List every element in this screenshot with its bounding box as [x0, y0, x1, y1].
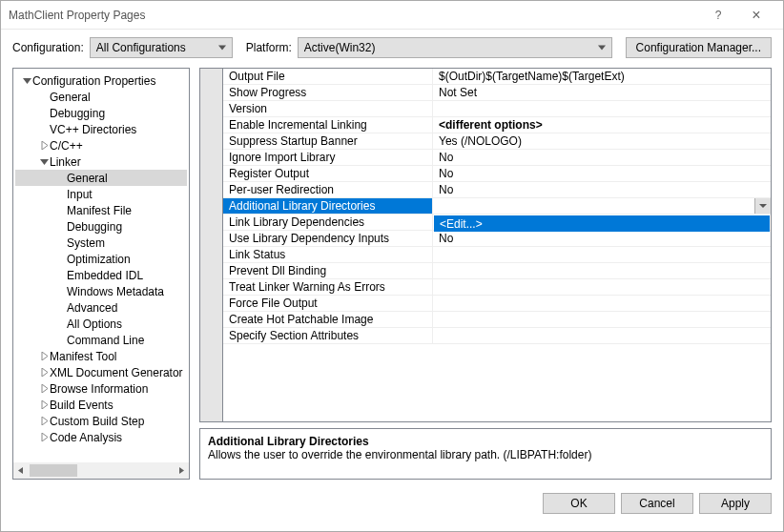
configuration-value: All Configurations	[96, 41, 186, 54]
dropdown-button[interactable]	[754, 198, 771, 214]
expander-closed-icon[interactable]	[38, 417, 50, 425]
property-row[interactable]: Suppress Startup BannerYes (/NOLOGO)	[223, 133, 771, 150]
expander-closed-icon[interactable]	[38, 433, 50, 441]
close-button[interactable]: ×	[737, 2, 775, 29]
chevron-down-icon	[759, 204, 767, 208]
dialog-footer: OK Cancel Apply	[1, 487, 783, 523]
property-value[interactable]: <different options>	[433, 117, 771, 133]
tree-item[interactable]: General	[15, 170, 187, 186]
scroll-track[interactable]	[30, 462, 173, 479]
configuration-tree[interactable]: Configuration PropertiesGeneralDebugging…	[13, 69, 189, 461]
property-row[interactable]: Create Hot Patchable Image	[223, 312, 771, 328]
tree-panel: Configuration PropertiesGeneralDebugging…	[12, 68, 190, 480]
platform-combo[interactable]: Active(Win32)	[298, 37, 612, 58]
tree-horizontal-scrollbar[interactable]	[13, 462, 189, 479]
property-value[interactable]: Not Set	[433, 85, 771, 100]
ok-button[interactable]: OK	[543, 493, 615, 514]
property-row[interactable]: Per-user RedirectionNo	[223, 182, 771, 198]
property-value[interactable]	[433, 263, 771, 278]
property-value[interactable]	[433, 198, 771, 214]
cancel-button[interactable]: Cancel	[621, 493, 693, 514]
tree-item[interactable]: Configuration Properties	[15, 72, 187, 89]
property-value[interactable]: No	[433, 182, 771, 197]
help-button[interactable]: ?	[699, 2, 737, 29]
property-row[interactable]: Use Library Dependency InputsNo	[223, 231, 771, 247]
tree-item-label: Configuration Properties	[32, 74, 155, 88]
property-row[interactable]: Additional Library Directories	[223, 198, 771, 215]
property-value[interactable]: No	[433, 150, 771, 165]
tree-item-label: Embedded IDL	[67, 269, 143, 282]
configuration-combo[interactable]: All Configurations	[90, 37, 233, 58]
tree-item[interactable]: Manifest Tool	[15, 348, 187, 364]
tree-item[interactable]: Code Analysis	[15, 429, 187, 445]
tree-item[interactable]: General	[15, 89, 187, 105]
property-row[interactable]: Version	[223, 101, 771, 117]
property-name: Create Hot Patchable Image	[223, 312, 433, 327]
apply-button[interactable]: Apply	[699, 493, 772, 514]
tree-item[interactable]: Optimization	[15, 251, 187, 267]
property-value[interactable]: Yes (/NOLOGO)	[433, 133, 771, 149]
tree-item[interactable]: Manifest File	[15, 202, 187, 218]
tree-item[interactable]: Build Events	[15, 397, 187, 413]
property-value[interactable]: $(OutDir)$(TargetName)$(TargetExt)	[433, 69, 771, 84]
property-name: Enable Incremental Linking	[223, 117, 433, 133]
tree-item[interactable]: System	[15, 235, 187, 251]
description-body: Allows the user to override the environm…	[208, 448, 763, 461]
property-value[interactable]: No	[433, 231, 771, 246]
scroll-left-arrow-icon[interactable]	[13, 462, 30, 479]
scroll-thumb[interactable]	[30, 464, 77, 477]
chevron-down-icon	[598, 46, 606, 51]
tree-item[interactable]: Advanced	[15, 299, 187, 316]
property-row[interactable]: Show ProgressNot Set	[223, 85, 771, 101]
property-value[interactable]: No	[433, 166, 771, 181]
property-row[interactable]: Treat Linker Warning As Errors	[223, 279, 771, 296]
tree-item[interactable]: Command Line	[15, 332, 187, 348]
tree-item-label: General	[67, 172, 108, 185]
expander-closed-icon[interactable]	[38, 368, 50, 377]
tree-item[interactable]: Input	[15, 186, 187, 202]
property-value[interactable]	[433, 279, 771, 295]
property-name: Force File Output	[223, 296, 433, 311]
property-row[interactable]: Prevent Dll Binding	[223, 263, 771, 279]
tree-item[interactable]: Embedded IDL	[15, 267, 187, 283]
expander-open-icon[interactable]	[38, 157, 50, 166]
configuration-manager-button[interactable]: Configuration Manager...	[626, 37, 772, 58]
tree-item-label: Input	[67, 188, 93, 201]
property-grid[interactable]: Output File$(OutDir)$(TargetName)$(Targe…	[223, 69, 771, 421]
expander-closed-icon[interactable]	[38, 352, 50, 360]
property-row[interactable]: Specify Section Attributes	[223, 328, 771, 344]
property-row[interactable]: Link Status	[223, 247, 771, 263]
tree-item-label: Command Line	[67, 334, 144, 347]
property-name: Per-user Redirection	[223, 182, 433, 197]
tree-item[interactable]: Windows Metadata	[15, 283, 187, 299]
expander-closed-icon[interactable]	[38, 400, 50, 409]
property-value[interactable]	[433, 296, 771, 311]
scroll-right-arrow-icon[interactable]	[173, 462, 189, 479]
tree-item[interactable]: C/C++	[15, 137, 187, 153]
property-value[interactable]	[433, 312, 771, 327]
tree-item[interactable]: All Options	[15, 316, 187, 332]
property-row[interactable]: Ignore Import LibraryNo	[223, 150, 771, 166]
property-row[interactable]: Output File$(OutDir)$(TargetName)$(Targe…	[223, 69, 771, 85]
description-title: Additional Library Directories	[208, 435, 763, 448]
tree-item[interactable]: XML Document Generator	[15, 364, 187, 380]
tree-item[interactable]: VC++ Directories	[15, 121, 187, 137]
property-row[interactable]: Register OutputNo	[223, 166, 771, 182]
tree-item[interactable]: Linker	[15, 153, 187, 170]
property-value[interactable]	[433, 101, 771, 116]
expander-open-icon[interactable]	[21, 76, 32, 85]
property-value[interactable]	[433, 247, 771, 262]
tree-item[interactable]: Browse Information	[15, 380, 187, 397]
tree-item[interactable]: Debugging	[15, 105, 187, 121]
dropdown-edit-item[interactable]: <Edit...>	[434, 215, 770, 232]
property-row[interactable]: Enable Incremental Linking<different opt…	[223, 117, 771, 133]
tree-item[interactable]: Custom Build Step	[15, 413, 187, 429]
property-name: Output File	[223, 69, 433, 84]
expander-closed-icon[interactable]	[38, 384, 50, 393]
tree-item[interactable]: Debugging	[15, 218, 187, 235]
property-row[interactable]: Force File Output	[223, 296, 771, 312]
config-bar: Configuration: All Configurations Platfo…	[1, 30, 783, 68]
expander-closed-icon[interactable]	[38, 141, 50, 150]
grid-gutter	[200, 69, 223, 421]
property-value[interactable]	[433, 328, 771, 343]
